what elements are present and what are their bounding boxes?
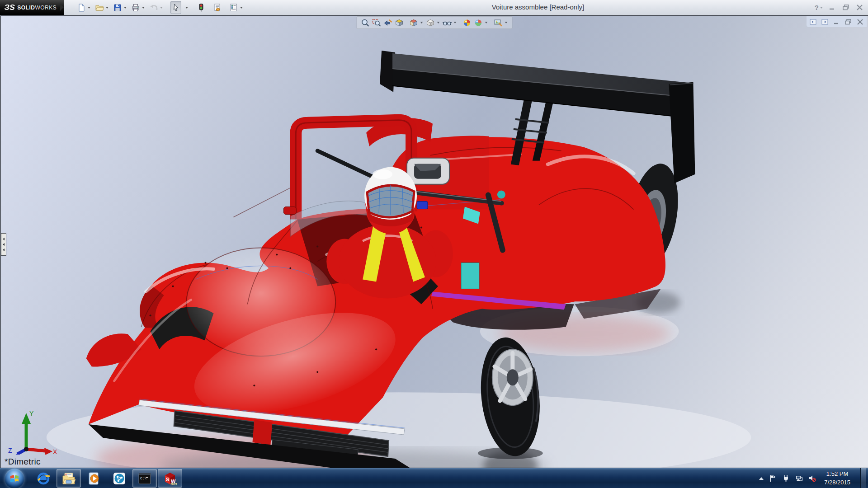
section-view-button[interactable]	[394, 17, 405, 28]
clock-date: 7/28/2015	[824, 479, 850, 487]
zoom-to-area-icon	[372, 18, 382, 28]
new-document-button[interactable]	[76, 1, 93, 14]
zoom-to-area-button[interactable]	[371, 17, 382, 28]
menu-expand-arrow-icon[interactable]	[60, 4, 64, 11]
help-button[interactable]: ?	[815, 4, 823, 11]
dropdown-caret-icon[interactable]	[454, 22, 457, 23]
save-button[interactable]	[112, 1, 129, 14]
action-center-flag-icon[interactable]	[769, 474, 777, 482]
edit-appearance-button[interactable]	[462, 17, 473, 28]
graphics-viewport[interactable]: Y X Z *Dimetric	[0, 15, 868, 468]
view-settings-button[interactable]	[493, 17, 504, 28]
doc-minimize-button[interactable]	[833, 19, 840, 25]
help-dropdown-caret-icon[interactable]	[820, 7, 823, 9]
minimize-button[interactable]	[829, 4, 836, 11]
solidworks-menu-button[interactable]: ЗS SOLIDWORKS	[0, 0, 64, 15]
taskbar-app-media-player[interactable]	[82, 469, 106, 488]
collapse-pane-right-button[interactable]	[821, 19, 829, 25]
dropdown-caret-icon[interactable]	[124, 7, 127, 9]
apply-scene-button[interactable]	[473, 17, 484, 28]
cyan-accent-dot	[497, 191, 505, 199]
show-desktop-button[interactable]	[860, 468, 866, 488]
main-toolbar	[76, 0, 245, 15]
cmd-prompt-text: C:\	[140, 476, 147, 480]
power-plug-icon[interactable]	[782, 474, 790, 482]
zoom-to-fit-button[interactable]	[360, 17, 371, 28]
select-tool-button[interactable]	[170, 1, 181, 14]
titlebar: ЗS SOLIDWORKS	[0, 0, 868, 15]
dropdown-caret-icon[interactable]	[142, 7, 145, 9]
dropdown-caret-icon[interactable]	[420, 22, 423, 23]
dropdown-caret-icon[interactable]	[106, 7, 108, 9]
blue-share-app-icon	[112, 471, 127, 486]
dropdown-caret-icon[interactable]	[240, 7, 243, 9]
open-button[interactable]	[94, 1, 111, 14]
taskbar-app-solidworks[interactable]: S W 2015	[158, 469, 182, 488]
zoom-to-fit-icon	[361, 18, 370, 28]
show-hidden-icons-button[interactable]	[759, 477, 764, 480]
print-button[interactable]	[130, 1, 147, 14]
collapse-pane-left-button[interactable]	[809, 19, 817, 25]
side-mirror	[283, 207, 296, 215]
doc-restore-button[interactable]	[844, 19, 852, 25]
view-settings-icon	[494, 18, 503, 28]
taskbar-app-command-prompt[interactable]: C:\	[132, 469, 157, 488]
undo-button[interactable]	[148, 1, 165, 14]
dropdown-caret-icon[interactable]	[485, 22, 488, 23]
taskbar-app-blue-share[interactable]	[107, 469, 132, 488]
clock-time: 1:52 PM	[824, 470, 850, 479]
brand-text: SOLIDWORKS	[17, 5, 57, 11]
edit-appearance-icon	[462, 18, 472, 28]
select-cursor-icon	[171, 3, 180, 12]
taskbar-app-windows-explorer[interactable]	[57, 469, 81, 488]
3ds-logo-icon: ЗS	[4, 3, 14, 12]
dropdown-caret-icon[interactable]	[185, 7, 188, 9]
internet-explorer-icon	[36, 471, 51, 486]
dropdown-caret-icon[interactable]	[437, 22, 440, 23]
solidworks-app-window: ЗS SOLIDWORKS	[0, 0, 868, 488]
file-properties-button[interactable]	[212, 1, 223, 14]
apply-scene-icon	[474, 18, 483, 28]
restore-button[interactable]	[842, 4, 850, 11]
select-dropdown-button[interactable]	[183, 1, 190, 14]
windows-taskbar: C:\ S W 2015	[0, 468, 868, 488]
previous-view-button[interactable]	[382, 17, 394, 28]
section-view-icon	[395, 18, 404, 28]
print-icon	[131, 3, 140, 12]
dropdown-caret-icon[interactable]	[88, 7, 90, 9]
race-car-model[interactable]	[1, 15, 868, 468]
orientation-triad: Y X Z	[7, 409, 57, 455]
doc-close-button[interactable]	[856, 19, 864, 25]
options-button[interactable]	[228, 1, 245, 14]
media-player-icon	[87, 471, 101, 486]
hide-show-items-icon	[443, 18, 452, 28]
previous-view-icon	[383, 18, 393, 28]
helmet	[364, 167, 417, 234]
sw-letter-s: S	[166, 477, 169, 482]
file-properties-icon	[213, 3, 222, 12]
network-icon[interactable]	[795, 474, 803, 482]
triad-y-label: Y	[29, 410, 34, 417]
start-button[interactable]	[5, 469, 24, 488]
command-prompt-icon: C:\	[137, 471, 152, 486]
document-window-controls	[807, 16, 867, 27]
rebuild-traffic-light-icon	[197, 3, 206, 12]
open-folder-icon	[95, 3, 104, 12]
taskbar-clock[interactable]: 1:52 PM 7/28/2015	[821, 470, 853, 487]
dropdown-caret-icon[interactable]	[505, 22, 508, 23]
feature-pane-splitter-handle[interactable]	[1, 233, 6, 256]
cyan-panel-lower	[461, 263, 479, 289]
sw-badge-2015: 2015	[170, 483, 177, 486]
hide-show-items-button[interactable]	[442, 17, 453, 28]
dropdown-caret-icon	[160, 7, 163, 9]
system-tray: 1:52 PM 7/28/2015	[759, 468, 868, 488]
volume-muted-icon[interactable]	[808, 474, 816, 482]
triad-x-label: X	[53, 448, 57, 455]
taskbar-app-internet-explorer[interactable]	[31, 469, 56, 488]
document-title: Voiture assomblee [Read-only]	[492, 3, 584, 11]
close-button[interactable]	[856, 4, 863, 11]
display-style-button[interactable]	[425, 17, 436, 28]
view-orientation-button[interactable]	[408, 17, 420, 28]
rebuild-button[interactable]	[196, 1, 207, 14]
save-icon	[113, 3, 122, 12]
